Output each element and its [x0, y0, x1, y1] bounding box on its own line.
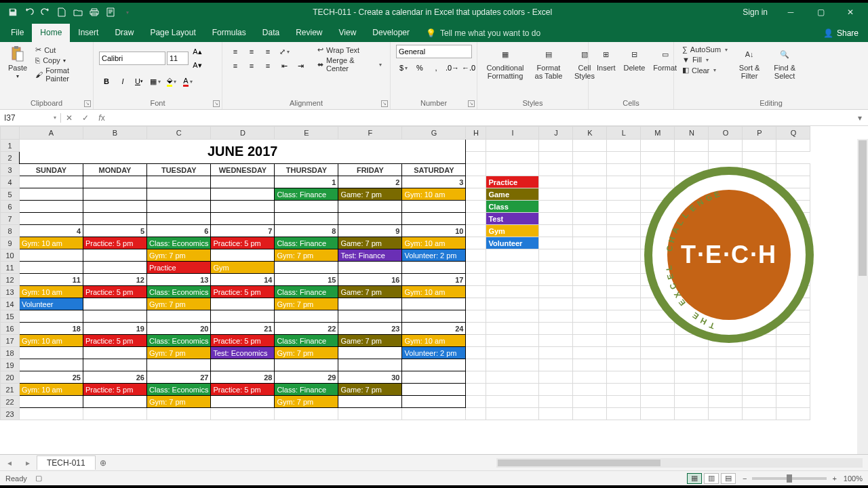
cell[interactable]: Test: Economics — [211, 347, 275, 359]
cell[interactable]: 21 — [211, 323, 275, 335]
col-header-H[interactable]: H — [466, 127, 486, 140]
cell[interactable] — [20, 408, 83, 420]
cell[interactable]: Test: Finance — [338, 249, 402, 262]
cell[interactable] — [539, 213, 573, 225]
cell[interactable] — [486, 164, 539, 176]
cell[interactable] — [466, 176, 486, 188]
row-header-22[interactable]: 22 — [1, 396, 20, 408]
cell[interactable] — [607, 176, 641, 188]
tab-data[interactable]: Data — [254, 24, 288, 42]
cell[interactable] — [20, 176, 83, 188]
accounting-format-button[interactable]: $ — [396, 61, 411, 75]
cell[interactable] — [466, 298, 486, 310]
cell[interactable] — [607, 396, 641, 408]
cell[interactable] — [573, 396, 607, 408]
cell[interactable] — [539, 188, 573, 201]
col-header-M[interactable]: M — [641, 127, 675, 140]
row-header-7[interactable]: 7 — [1, 213, 20, 225]
cell[interactable] — [641, 396, 675, 408]
cell[interactable]: 10 — [402, 225, 466, 237]
increase-indent-button[interactable]: ⇥ — [293, 59, 308, 73]
cell[interactable] — [211, 249, 275, 262]
row-header-20[interactable]: 20 — [1, 371, 20, 384]
cell[interactable] — [539, 140, 573, 152]
cell[interactable] — [607, 408, 641, 420]
insert-cells-button[interactable]: ⊞Insert — [594, 45, 618, 73]
cell[interactable] — [83, 201, 147, 213]
bold-button[interactable]: B — [99, 75, 114, 88]
cell[interactable]: 8 — [275, 225, 338, 237]
cell[interactable] — [486, 286, 539, 298]
wrap-text-button[interactable]: ↩Wrap Text — [315, 45, 384, 55]
cell[interactable] — [211, 213, 275, 225]
cell[interactable]: Gym: 10 am — [402, 188, 466, 201]
tab-review[interactable]: Review — [288, 24, 330, 42]
cell[interactable]: SUNDAY — [20, 164, 83, 176]
increase-font-button[interactable]: A▴ — [190, 45, 205, 58]
format-painter-button[interactable]: 🖌Format Painter — [33, 66, 87, 83]
cell[interactable] — [607, 188, 641, 201]
cell[interactable] — [486, 152, 539, 164]
cell[interactable]: 29 — [275, 371, 338, 384]
cell[interactable] — [641, 140, 675, 152]
cell[interactable] — [211, 298, 275, 310]
cell[interactable] — [607, 262, 641, 274]
cell[interactable] — [83, 213, 147, 225]
cell[interactable]: Class: Finance — [275, 286, 338, 298]
cell[interactable] — [486, 249, 539, 262]
cell[interactable] — [709, 408, 743, 420]
font-size-input[interactable] — [167, 52, 189, 65]
tab-file[interactable]: File — [3, 24, 32, 42]
cell[interactable] — [338, 359, 402, 371]
cell[interactable] — [573, 249, 607, 262]
conditional-formatting-button[interactable]: ▦Conditional Formatting — [483, 45, 528, 81]
alignment-launcher[interactable]: ↘ — [381, 100, 388, 107]
col-header-D[interactable]: D — [211, 127, 275, 140]
cell[interactable]: Game: 7 pm — [338, 286, 402, 298]
qat-customize-icon[interactable] — [122, 7, 132, 17]
cell[interactable] — [83, 188, 147, 201]
cell[interactable] — [573, 262, 607, 274]
cell[interactable] — [466, 347, 486, 359]
decrease-indent-button[interactable]: ⇤ — [277, 59, 292, 73]
col-header-B[interactable]: B — [83, 127, 147, 140]
cell[interactable]: Practice: 5 pm — [83, 335, 147, 347]
row-header-5[interactable]: 5 — [1, 188, 20, 201]
col-header-K[interactable]: K — [573, 127, 607, 140]
cell[interactable] — [486, 262, 539, 274]
cell[interactable]: Practice — [486, 176, 539, 188]
cell[interactable] — [20, 396, 83, 408]
format-as-table-button[interactable]: ▤Format as Table — [530, 45, 567, 81]
cell[interactable] — [402, 262, 466, 274]
cell[interactable] — [466, 274, 486, 286]
cell[interactable] — [776, 359, 810, 371]
cell[interactable]: Gym: 7 pm — [147, 347, 211, 359]
cell[interactable] — [338, 396, 402, 408]
cell[interactable]: Class: Finance — [275, 335, 338, 347]
zoom-level[interactable]: 100% — [844, 474, 863, 483]
cell[interactable] — [486, 384, 539, 396]
cell[interactable]: 11 — [20, 274, 83, 286]
align-bottom-button[interactable]: ≡ — [260, 45, 275, 58]
cell[interactable] — [607, 225, 641, 237]
cell[interactable] — [338, 408, 402, 420]
row-header-18[interactable]: 18 — [1, 347, 20, 359]
align-right-button[interactable]: ≡ — [260, 59, 275, 73]
cell[interactable]: Class: Finance — [275, 237, 338, 249]
cell[interactable] — [709, 359, 743, 371]
cell[interactable] — [275, 359, 338, 371]
cell[interactable] — [466, 335, 486, 347]
cell[interactable] — [466, 310, 486, 323]
redo-icon[interactable] — [41, 7, 50, 17]
cell[interactable] — [402, 408, 466, 420]
font-color-button[interactable]: A — [180, 75, 195, 88]
cell[interactable] — [641, 371, 675, 384]
row-header-2[interactable]: 2 — [1, 152, 20, 164]
cell[interactable] — [607, 249, 641, 262]
align-top-button[interactable]: ≡ — [228, 45, 243, 58]
cell[interactable] — [573, 140, 607, 152]
cell[interactable] — [147, 359, 211, 371]
cell[interactable] — [147, 408, 211, 420]
cell[interactable] — [402, 201, 466, 213]
cell[interactable]: Gym: 10 am — [402, 335, 466, 347]
